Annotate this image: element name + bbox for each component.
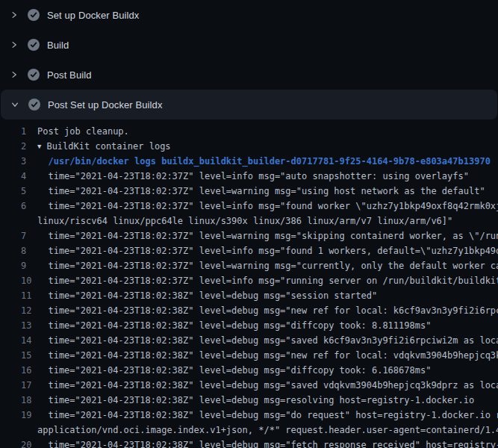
log-line-number[interactable]: 17 [21, 380, 37, 391]
chevron-icon[interactable] [10, 70, 19, 79]
log-row: 3 /usr/bin/docker logs buildx_buildkit_b… [0, 154, 498, 169]
log-row: 19 time="2021-04-23T18:02:38Z" level=deb… [0, 408, 498, 423]
log-command-text: /usr/bin/docker logs buildx_buildkit_bui… [37, 156, 491, 167]
log-row: 13 time="2021-04-23T18:02:38Z" level=deb… [0, 318, 498, 333]
step-section-header-post-build[interactable]: Post Build [0, 60, 498, 90]
log-line-text: time="2021-04-23T18:02:37Z" level=warnin… [37, 231, 498, 241]
log-row: application/vnd.oci.image.index.v1+json,… [0, 423, 498, 438]
log-line-text: time="2021-04-23T18:02:38Z" level=debug … [37, 350, 498, 361]
log-row: 14 time="2021-04-23T18:02:38Z" level=deb… [0, 333, 498, 348]
log-group-label[interactable]: BuildKit container logs [46, 141, 170, 152]
step-section-list: Set up Docker Buildx Build P [0, 0, 498, 119]
log-line-number[interactable]: 20 [21, 440, 37, 448]
log-row: 5 time="2021-04-23T18:02:37Z" level=warn… [0, 184, 498, 199]
step-title: Build [47, 40, 69, 51]
log-line-wrap-text: linux/riscv64 linux/ppc64le linux/s390x … [37, 216, 452, 226]
log-line-number[interactable]: 2 [21, 141, 37, 152]
log-line-text: time="2021-04-23T18:02:38Z" level=debug … [37, 290, 377, 301]
log-line-text: time="2021-04-23T18:02:38Z" level=debug … [37, 320, 431, 331]
log-line-number[interactable]: 13 [21, 320, 37, 331]
log-line-number[interactable]: 4 [21, 171, 37, 181]
log-group-toggle[interactable]: ▼BuildKit container logs [37, 141, 171, 152]
log-row: 15 time="2021-04-23T18:02:38Z" level=deb… [0, 348, 498, 363]
log-line-text: Post job cleanup. [37, 126, 129, 137]
check-circle-icon [28, 9, 40, 21]
log-row: 17 time="2021-04-23T18:02:38Z" level=deb… [0, 378, 498, 393]
log-line-number[interactable]: 19 [21, 410, 37, 420]
log-line-number[interactable]: 14 [21, 335, 37, 346]
chevron-icon[interactable] [10, 10, 19, 19]
log-line-number[interactable]: 6 [21, 201, 37, 211]
log-row: 11 time="2021-04-23T18:02:38Z" level=deb… [0, 288, 498, 303]
log-row: 12 time="2021-04-23T18:02:38Z" level=deb… [0, 303, 498, 318]
log-line-number[interactable]: 1 [21, 126, 37, 137]
log-row: 8 time="2021-04-23T18:02:37Z" level=info… [0, 243, 498, 258]
log-line-number[interactable]: 15 [21, 350, 37, 361]
check-circle-icon [28, 99, 40, 111]
log-line-number[interactable]: 3 [21, 156, 37, 167]
log-viewer: 1 Post job cleanup. 2 ▼BuildKit containe… [0, 119, 498, 448]
log-row: 20 time="2021-04-23T18:02:38Z" level=deb… [0, 438, 498, 448]
log-row: 1 Post job cleanup. [0, 124, 498, 139]
log-line-text: time="2021-04-23T18:02:38Z" level=debug … [37, 395, 474, 405]
step-section-header-post-set-up-docker-buildx[interactable]: Post Set up Docker Buildx [1, 90, 497, 119]
step-section-header-set-up-docker-buildx[interactable]: Set up Docker Buildx [0, 0, 498, 30]
step-section-header-build[interactable]: Build [0, 30, 498, 60]
log-line-number[interactable]: 5 [21, 186, 37, 196]
log-line-text: time="2021-04-23T18:02:37Z" level=warnin… [37, 186, 485, 196]
log-group-collapse-icon[interactable]: ▼ [37, 143, 41, 150]
log-line-number[interactable]: 8 [21, 246, 37, 256]
log-line-text: time="2021-04-23T18:02:38Z" level=debug … [37, 380, 498, 391]
log-line-text: time="2021-04-23T18:02:37Z" level=info m… [37, 201, 498, 211]
log-line-text: time="2021-04-23T18:02:38Z" level=debug … [37, 410, 498, 420]
log-line-text: time="2021-04-23T18:02:37Z" level=info m… [37, 246, 498, 256]
log-line-number[interactable]: 9 [21, 261, 37, 271]
step-title: Set up Docker Buildx [47, 10, 139, 21]
check-circle-icon [28, 69, 40, 81]
log-row: 16 time="2021-04-23T18:02:38Z" level=deb… [0, 363, 498, 378]
log-line-number[interactable]: 7 [21, 231, 37, 241]
log-line-text: time="2021-04-23T18:02:38Z" level=debug … [37, 440, 498, 448]
log-line-text: time="2021-04-23T18:02:37Z" level=warnin… [37, 261, 498, 271]
step-title: Post Build [47, 69, 92, 81]
log-row: 7 time="2021-04-23T18:02:37Z" level=warn… [0, 228, 498, 243]
check-circle-icon [28, 39, 40, 51]
log-line-text: time="2021-04-23T18:02:37Z" level=info m… [37, 276, 498, 286]
log-row: 18 time="2021-04-23T18:02:38Z" level=deb… [0, 393, 498, 408]
log-line-wrap-text: application/vnd.oci.image.index.v1+json,… [37, 425, 498, 435]
log-line-text: time="2021-04-23T18:02:38Z" level=debug … [37, 335, 498, 346]
step-title: Post Set up Docker Buildx [48, 99, 163, 111]
log-row: 2 ▼BuildKit container logs [0, 139, 498, 154]
log-line-number[interactable]: 11 [21, 290, 37, 301]
log-line-text: time="2021-04-23T18:02:38Z" level=debug … [37, 365, 431, 376]
log-line-text: time="2021-04-23T18:02:37Z" level=info m… [37, 171, 469, 181]
log-row: 10 time="2021-04-23T18:02:37Z" level=inf… [0, 273, 498, 288]
log-row: linux/riscv64 linux/ppc64le linux/s390x … [0, 214, 498, 228]
log-row: 4 time="2021-04-23T18:02:37Z" level=info… [0, 169, 498, 184]
log-line-number[interactable]: 10 [21, 276, 37, 286]
log-line-number[interactable]: 16 [21, 365, 37, 376]
log-row: 9 time="2021-04-23T18:02:37Z" level=warn… [0, 258, 498, 273]
log-row: 6 time="2021-04-23T18:02:37Z" level=info… [0, 199, 498, 214]
chevron-icon[interactable] [10, 100, 19, 109]
log-line-number[interactable]: 18 [21, 395, 37, 405]
log-line-text: time="2021-04-23T18:02:38Z" level=debug … [37, 305, 498, 316]
chevron-icon[interactable] [10, 40, 19, 49]
log-line-number[interactable]: 12 [21, 305, 37, 316]
